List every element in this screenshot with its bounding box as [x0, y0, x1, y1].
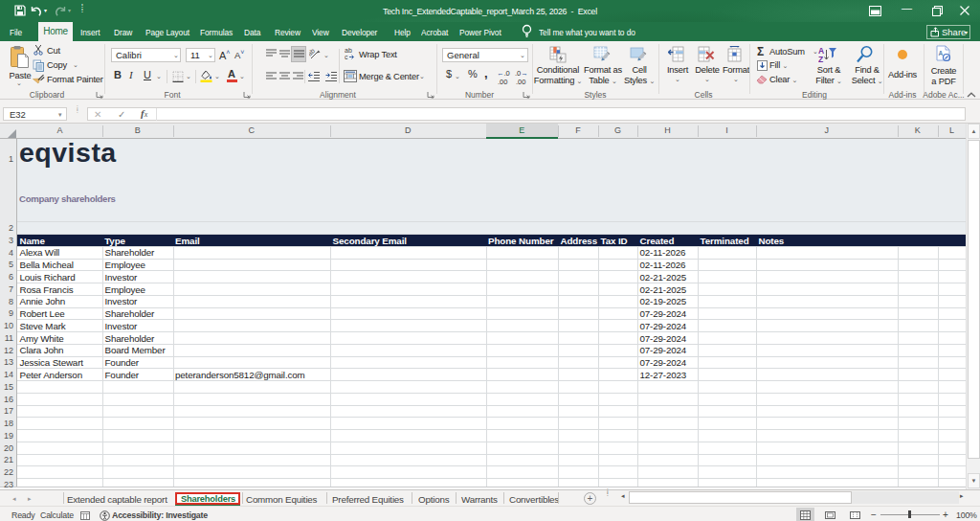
svg-text:c: c	[345, 54, 348, 60]
svg-text:A: A	[939, 50, 944, 57]
svg-text:ab: ab	[309, 48, 316, 57]
svg-text:Z: Z	[818, 55, 823, 63]
svg-text:ab: ab	[345, 47, 352, 54]
